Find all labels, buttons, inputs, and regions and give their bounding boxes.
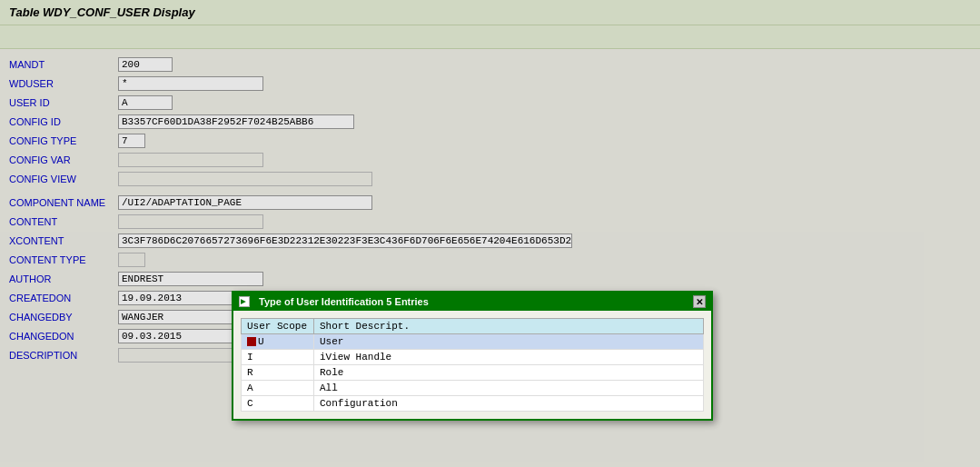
- modal-dialog: Type of User Identification 5 Entries ✕ …: [232, 291, 713, 373]
- col-desc-header: Short Descript.: [314, 319, 704, 334]
- description-cell: User: [314, 334, 704, 350]
- scope-cell: R: [242, 365, 314, 374]
- table-row[interactable]: IiView Handle: [242, 350, 704, 365]
- table-header-row: User Scope Short Descript.: [242, 319, 704, 334]
- modal-overlay: Type of User Identification 5 Entries ✕ …: [0, 0, 980, 373]
- modal-close-button[interactable]: ✕: [693, 295, 706, 308]
- scope-cell: I: [242, 350, 314, 365]
- col-scope-header: User Scope: [242, 319, 314, 334]
- entries-table: User Scope Short Descript. UUserIiView H…: [241, 318, 704, 373]
- description-cell: Role: [314, 365, 704, 374]
- modal-icon: [239, 296, 250, 307]
- modal-titlebar: Type of User Identification 5 Entries ✕: [233, 293, 711, 311]
- table-row[interactable]: UUser: [242, 334, 704, 350]
- modal-body: User Scope Short Descript. UUserIiView H…: [233, 311, 711, 373]
- description-cell: iView Handle: [314, 350, 704, 365]
- scope-cell: U: [242, 334, 314, 350]
- table-row[interactable]: RRole: [242, 365, 704, 374]
- modal-title-left: Type of User Identification 5 Entries: [239, 296, 429, 307]
- selected-indicator: [247, 337, 256, 346]
- modal-title: Type of User Identification 5 Entries: [259, 296, 429, 307]
